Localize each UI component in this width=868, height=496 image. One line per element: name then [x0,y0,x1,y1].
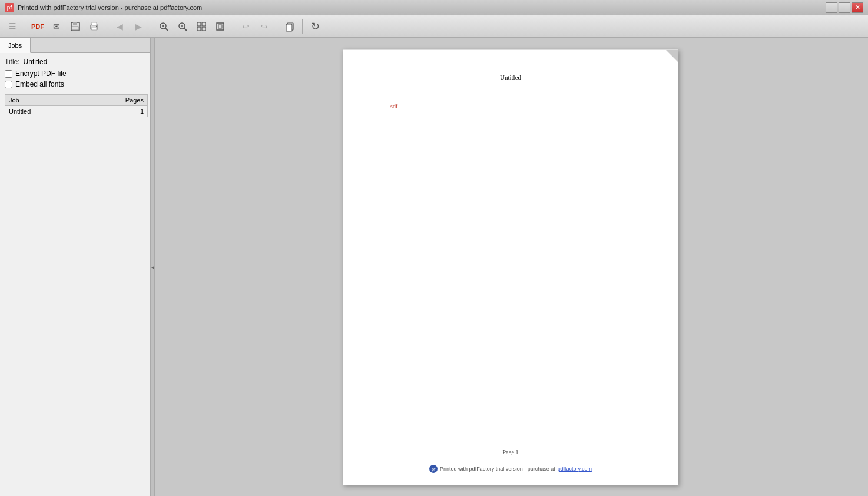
print-icon [89,21,100,32]
window-title: Printed with pdfFactory trial version - … [18,4,202,11]
embed-label[interactable]: Embed all fonts [15,80,64,88]
pdf-button[interactable]: PDF [29,18,47,35]
zoom-in-button[interactable] [155,18,173,35]
toolbar: ☰ PDF ✉ ◀ ▶ [0,15,868,38]
grid-icon [196,21,207,32]
forward-button[interactable]: ▶ [130,18,147,35]
close-button[interactable]: ✕ [852,2,863,13]
encrypt-row: Encrypt PDF file [5,70,148,78]
back-button[interactable]: ◀ [111,18,128,35]
panel-content: Title: Untitled Encrypt PDF file Embed a… [0,53,153,496]
svg-rect-2 [72,27,79,30]
zoom-out-icon [177,21,188,32]
encrypt-label[interactable]: Encrypt PDF file [15,70,67,78]
pdf-corner [666,50,678,62]
save-button[interactable] [67,18,84,35]
job-name-cell: Untitled [5,106,81,117]
pdf-footer-text: Printed with pdfFactory trial version - … [440,466,555,472]
pdf-sdf-text: sdf [390,103,397,110]
main-container: Jobs Title: Untitled Encrypt PDF file Em… [0,38,868,496]
pdf-footer-link[interactable]: pdffactory.com [558,466,592,472]
zoom-out-button[interactable] [174,18,191,35]
minimize-button[interactable]: – [826,2,837,13]
svg-rect-14 [197,22,201,26]
svg-rect-17 [202,27,206,31]
tab-jobs[interactable]: Jobs [0,38,31,53]
pdf-footer-icon: pf [429,465,438,473]
zoom-in-icon [158,21,169,32]
tabs-bar: Jobs [0,38,153,53]
grid-view-button[interactable] [193,18,210,35]
redo-button[interactable]: ↪ [256,18,273,35]
embed-checkbox[interactable] [5,81,12,88]
svg-rect-18 [217,23,224,30]
svg-rect-5 [92,22,97,25]
pdf-page-number: Page 1 [343,449,678,455]
preview-area[interactable]: Untitled sdf Page 1 pf Printed with pdfF… [153,38,868,496]
jobs-table: Job Pages Untitled 1 [5,94,148,117]
title-value: Untitled [24,58,48,66]
left-panel: Jobs Title: Untitled Encrypt PDF file Em… [0,38,153,496]
window-controls: – □ ✕ [826,2,863,13]
save-icon [70,21,81,32]
pdf-footer: pf Printed with pdfFactory trial version… [343,465,678,473]
separator-1 [25,19,25,34]
print-button[interactable] [85,18,103,35]
pages-cell: 1 [81,106,147,117]
splitter-arrow: ◂ [151,264,154,270]
separator-5 [277,19,277,34]
restore-button[interactable]: □ [839,2,850,13]
separator-6 [302,19,303,34]
menu-button[interactable]: ☰ [4,18,21,35]
svg-rect-16 [197,27,201,31]
copy-button[interactable] [281,18,299,35]
table-row[interactable]: Untitled 1 [5,106,148,117]
undo-button[interactable]: ↩ [237,18,254,35]
svg-rect-1 [73,22,77,25]
svg-point-6 [96,25,97,27]
job-column-header: Job [5,95,81,106]
title-label: Title: [5,58,20,66]
separator-3 [151,19,151,34]
pages-column-header: Pages [81,95,147,106]
title-bar: pf Printed with pdfFactory trial version… [0,0,868,15]
copy-icon [284,21,295,32]
separator-2 [107,19,107,34]
separator-4 [233,19,233,34]
encrypt-checkbox[interactable] [5,70,12,78]
svg-rect-19 [218,25,222,28]
svg-line-10 [165,28,168,31]
svg-line-13 [184,28,187,31]
fit-page-button[interactable] [211,18,229,35]
app-icon: pf [5,3,14,12]
refresh-button[interactable]: ↻ [306,18,324,35]
pdf-title: Untitled [373,74,648,81]
email-button[interactable]: ✉ [48,18,65,35]
pdf-page: Untitled sdf Page 1 pf Printed with pdfF… [343,49,678,485]
fit-icon [215,21,226,32]
panel-splitter[interactable]: ◂ [150,38,155,496]
title-row: Title: Untitled [5,58,148,66]
svg-rect-21 [286,24,292,31]
svg-rect-15 [202,22,206,26]
svg-rect-4 [92,27,97,30]
embed-row: Embed all fonts [5,80,148,88]
